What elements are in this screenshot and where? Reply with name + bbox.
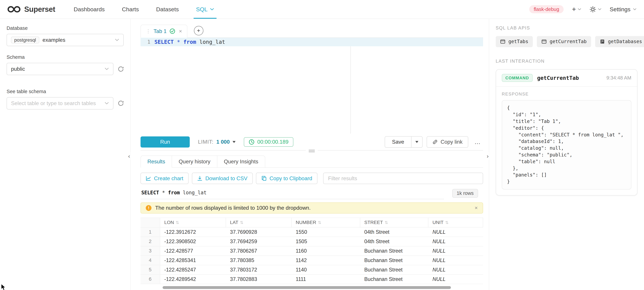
pane-splitter[interactable] bbox=[140, 150, 483, 151]
tab-title: Tab 1 bbox=[154, 28, 166, 34]
table-select[interactable]: Select table or type to search tables bbox=[6, 97, 114, 109]
tab-query-insights[interactable]: Query Insights bbox=[217, 155, 265, 168]
column-label: LON bbox=[164, 220, 174, 225]
save-dropdown-button[interactable] bbox=[412, 136, 422, 148]
command-name: getCurrentTab bbox=[537, 75, 579, 81]
database-label: Database bbox=[6, 25, 124, 31]
sqllab-left-panel: Database postgresql examples Schema publ… bbox=[0, 19, 130, 290]
cell-number: 1142 bbox=[292, 256, 360, 265]
create-chart-button[interactable]: Create chart bbox=[140, 173, 189, 184]
database-select[interactable]: postgresql examples bbox=[6, 34, 124, 46]
database-type-tag: postgresql bbox=[11, 36, 39, 43]
table-select-placeholder: Select table or type to search tables bbox=[11, 100, 96, 106]
cell-lat: 37.7802883 bbox=[226, 275, 292, 284]
close-tab-icon[interactable]: × bbox=[179, 28, 182, 34]
sql-editor[interactable]: 1 SELECT * from long_lat bbox=[140, 38, 483, 134]
get-tabs-button[interactable]: getTabs bbox=[496, 36, 533, 47]
editor-active-line: 1 SELECT * from long_lat bbox=[140, 38, 483, 46]
cell-number: 1111 bbox=[292, 275, 360, 284]
run-query-button[interactable]: Run bbox=[140, 136, 190, 148]
save-query-button[interactable]: Save bbox=[385, 136, 412, 148]
query-identifier: long_lat bbox=[183, 190, 206, 196]
close-alert-icon[interactable]: × bbox=[475, 205, 478, 211]
collapse-left-panel-handle[interactable]: ‹ bbox=[128, 152, 130, 160]
cell-unit: NULL bbox=[428, 265, 483, 274]
nav-item-datasets[interactable]: Datasets bbox=[148, 0, 187, 19]
table-schema-label: See table schema bbox=[6, 89, 124, 94]
database-icon bbox=[600, 39, 605, 44]
sql-code-line: SELECT * from long_lat bbox=[154, 39, 225, 45]
copy-clipboard-button[interactable]: Copy to Clipboard bbox=[256, 173, 318, 184]
filter-results-input[interactable] bbox=[323, 173, 483, 184]
command-timestamp: 9:34:48 AM bbox=[606, 75, 631, 81]
query-keyword: SELECT bbox=[141, 190, 162, 196]
get-databases-button[interactable]: getDatabases bbox=[595, 36, 644, 47]
sort-icon[interactable]: ⇅ bbox=[445, 220, 448, 225]
cell-lat: 37.780385 bbox=[226, 256, 292, 265]
settings-menu[interactable]: Settings bbox=[610, 6, 636, 13]
more-options-button[interactable]: … bbox=[472, 138, 483, 146]
warning-icon: ! bbox=[146, 205, 152, 211]
cell-lon: -122.3912672 bbox=[160, 228, 226, 237]
plus-icon: + bbox=[197, 27, 200, 34]
row-number: 1 bbox=[140, 228, 160, 237]
column-header-street[interactable]: STREET ⇅ bbox=[360, 218, 428, 227]
sql-keyword: from bbox=[183, 39, 199, 45]
editor-tabbar: ⋮ Tab 1 × + bbox=[140, 24, 483, 38]
nav-item-charts[interactable]: Charts bbox=[113, 0, 148, 19]
row-number: 3 bbox=[140, 246, 160, 256]
limit-dropdown[interactable]: LIMIT: 1 000 bbox=[198, 139, 236, 145]
nav-item-sql-label: SQL bbox=[196, 6, 208, 13]
database-select-value: examples bbox=[42, 37, 66, 43]
row-count-badge: 1k rows bbox=[452, 189, 478, 198]
column-header-unit[interactable]: UNIT ⇅ bbox=[428, 218, 483, 227]
sql-star: * bbox=[177, 39, 183, 45]
cell-unit: NULL bbox=[428, 228, 483, 237]
column-label: NUMBER bbox=[296, 220, 316, 225]
get-current-tab-button[interactable]: getCurrentTab bbox=[537, 36, 591, 47]
sort-icon[interactable]: ⇅ bbox=[384, 220, 388, 225]
cell-lat: 37.7690928 bbox=[226, 228, 292, 237]
brand-name: Superset bbox=[24, 5, 55, 13]
cell-street: Buchanan Street bbox=[360, 265, 428, 274]
tab-query-history[interactable]: Query history bbox=[172, 155, 217, 168]
cell-lon: -122.3908502 bbox=[160, 237, 226, 246]
horizontal-scrollbar-thumb[interactable] bbox=[162, 286, 451, 289]
refresh-tables-button[interactable] bbox=[118, 100, 124, 106]
column-header-number[interactable]: NUMBER ⇅ bbox=[292, 218, 360, 227]
sql-keyword: SELECT bbox=[154, 39, 177, 45]
row-number: 6 bbox=[140, 275, 160, 284]
table-row: 4 -122.4285341 37.780385 1142 Buchanan S… bbox=[140, 256, 483, 265]
refresh-schemas-button[interactable] bbox=[118, 66, 124, 72]
collapse-right-panel-handle[interactable]: › bbox=[486, 152, 489, 160]
copy-link-label: Copy link bbox=[440, 139, 462, 145]
api-buttons: getTabs getCurrentTab getDatabases bbox=[496, 36, 638, 47]
nav-item-dashboards[interactable]: Dashboards bbox=[65, 0, 113, 19]
column-label: STREET bbox=[364, 220, 383, 225]
sort-icon[interactable]: ⇅ bbox=[240, 220, 243, 225]
saved-check-icon bbox=[170, 28, 175, 34]
cell-unit: NULL bbox=[428, 275, 483, 284]
sort-icon[interactable]: ⇅ bbox=[176, 220, 179, 225]
add-tab-button[interactable]: + bbox=[194, 26, 204, 35]
editor-tab[interactable]: ⋮ Tab 1 × bbox=[140, 24, 187, 38]
response-label: RESPONSE bbox=[502, 92, 631, 96]
copy-link-button[interactable]: Copy link bbox=[427, 136, 468, 148]
superset-brand[interactable]: Superset bbox=[8, 5, 55, 13]
new-item-button[interactable]: + bbox=[572, 6, 581, 13]
sqllab-api-panel: SQL LAB APIS getTabs getCurrentTab getDa… bbox=[489, 19, 644, 290]
column-header-lon[interactable]: LON ⇅ bbox=[160, 218, 226, 227]
cell-unit: NULL bbox=[428, 237, 483, 246]
sort-icon[interactable]: ⇅ bbox=[318, 220, 321, 225]
cell-street: 04th Street bbox=[360, 237, 428, 246]
schema-select[interactable]: public bbox=[6, 63, 114, 75]
splitter-drag-handle[interactable] bbox=[306, 149, 318, 153]
download-csv-button[interactable]: Download to CSV bbox=[192, 173, 253, 184]
nav-item-sql[interactable]: SQL bbox=[187, 0, 223, 19]
theme-toggle-button[interactable] bbox=[590, 6, 602, 13]
tab-results[interactable]: Results bbox=[140, 155, 172, 168]
table-row: 2 -122.3908502 37.7694259 1505 04th Stre… bbox=[140, 237, 483, 246]
column-header-lat[interactable]: LAT ⇅ bbox=[226, 218, 292, 227]
warning-text: The number of rows displayed is limited … bbox=[155, 205, 311, 211]
limit-warning-alert: ! The number of rows displayed is limite… bbox=[140, 202, 483, 213]
